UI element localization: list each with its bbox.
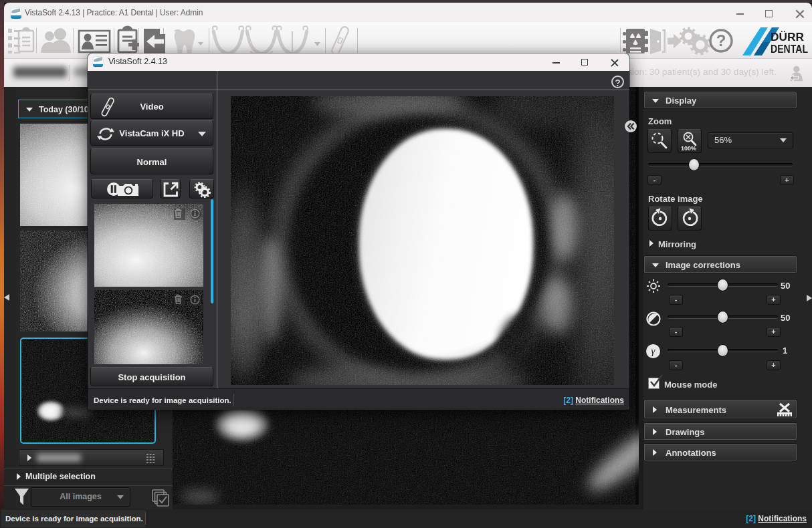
- svg-text:DÜRR: DÜRR: [771, 31, 804, 43]
- svg-text:100%: 100%: [681, 145, 696, 152]
- svg-text:?: ?: [716, 31, 726, 49]
- svg-text:DENTAL: DENTAL: [771, 43, 808, 55]
